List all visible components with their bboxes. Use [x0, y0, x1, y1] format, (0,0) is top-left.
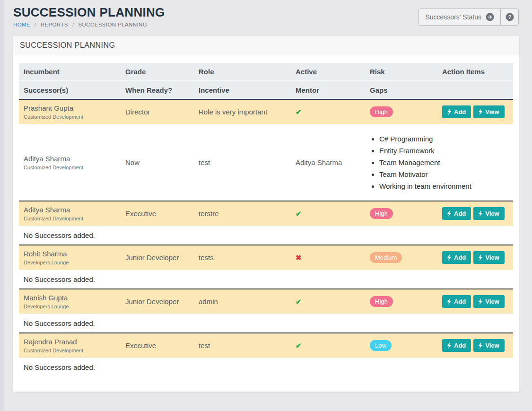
incumbent-role: admin — [194, 289, 291, 314]
no-successors-row: No Successors added. — [19, 358, 513, 377]
incumbent-name: Manish Gupta — [24, 293, 116, 302]
lightning-bolt-icon — [479, 210, 482, 217]
svg-text:?: ? — [508, 14, 511, 20]
incumbent-name: Rajendra Prasad — [24, 337, 116, 346]
left-edge-strip — [0, 0, 4, 411]
successor-mentor: Aditya Sharma — [291, 124, 365, 201]
incumbent-group: Rohit Sharma Developers Lounge Junior De… — [19, 245, 513, 289]
add-button-label: Add — [454, 108, 466, 115]
header-row-incumbent: Incumbent Grade Role Active Risk Action … — [19, 63, 513, 81]
incumbent-group: Manish Gupta Developers Lounge Junior De… — [19, 289, 513, 333]
successor-org: Customized Development — [24, 165, 116, 171]
incumbent-name: Aditya Sharma — [24, 205, 116, 214]
successor-row: Aditya Sharma Customized Development Now… — [19, 124, 513, 201]
incumbent-org: Developers Lounge — [24, 260, 116, 266]
no-successors-text: No Successors added. — [19, 226, 513, 245]
add-button-label: Add — [454, 342, 466, 349]
no-successors-row: No Successors added. — [19, 270, 513, 289]
incumbent-role: tests — [194, 245, 291, 270]
view-action-items-button[interactable]: View — [473, 339, 504, 352]
incumbent-role: test — [194, 333, 291, 358]
successor-name: Aditya Sharma — [24, 154, 116, 163]
gap-item: Entity Framework — [379, 145, 508, 157]
add-action-item-button[interactable]: Add — [442, 251, 471, 264]
view-action-items-button[interactable]: View — [473, 105, 504, 118]
card-title: SUCCESSION PLANNING — [13, 36, 519, 55]
successors-status-button[interactable]: Successors' Status — [419, 9, 501, 25]
col-header-spacer — [437, 81, 513, 99]
active-status-icon: ✖ — [296, 254, 302, 262]
card-body: Incumbent Grade Role Active Risk Action … — [13, 55, 519, 392]
breadcrumb-current: SUCCESSION PLANNING — [78, 22, 148, 27]
arrow-right-circle-icon — [486, 13, 494, 21]
incumbent-row: Rajendra Prasad Customized Development E… — [19, 333, 513, 358]
lightning-bolt-icon — [447, 298, 451, 305]
active-status-icon: ✔ — [296, 108, 302, 116]
add-action-item-button[interactable]: Add — [442, 295, 471, 308]
incumbent-row: Prashant Gupta Customized Development Di… — [19, 99, 513, 124]
incumbent-org: Customized Development — [24, 114, 116, 120]
add-button-label: Add — [454, 254, 466, 261]
no-successors-text: No Successors added. — [19, 358, 513, 377]
table-header: Incumbent Grade Role Active Risk Action … — [19, 63, 513, 99]
breadcrumb-home[interactable]: HOME — [13, 22, 30, 27]
col-header-incumbent: Incumbent — [19, 63, 121, 81]
col-header-gaps: Gaps — [365, 81, 437, 99]
risk-badge: High — [370, 106, 393, 117]
incumbent-grade: Director — [121, 99, 194, 124]
risk-badge: High — [370, 296, 393, 307]
incumbent-group: Aditya Sharma Customized Development Exe… — [19, 201, 513, 245]
col-header-incentive: Incentive — [194, 81, 291, 99]
no-successors-text: No Successors added. — [19, 270, 513, 289]
lightning-bolt-icon — [447, 254, 451, 261]
incumbent-role: Role is very important — [194, 99, 291, 124]
question-circle-icon: ? — [506, 13, 514, 21]
successors-status-label: Successors' Status — [425, 13, 481, 21]
incumbent-org: Customized Development — [24, 216, 116, 222]
page-header: SUCCESSION PLANNING HOME / REPORTS / SUC… — [0, 0, 532, 27]
breadcrumb-separator: / — [72, 22, 74, 27]
lightning-bolt-icon — [479, 109, 482, 115]
add-action-item-button[interactable]: Add — [442, 207, 471, 220]
gap-item: Working in team environment — [379, 180, 508, 192]
succession-table: Incumbent Grade Role Active Risk Action … — [19, 63, 513, 376]
page-title: SUCCESSION PLANNING — [13, 5, 165, 20]
col-header-action-items: Action Items — [437, 63, 513, 81]
incumbent-org: Customized Development — [24, 348, 116, 354]
view-action-items-button[interactable]: View — [473, 251, 504, 264]
view-action-items-button[interactable]: View — [473, 207, 504, 220]
col-header-successors: Successor(s) — [19, 81, 121, 99]
incumbent-grade: Junior Developer — [121, 289, 194, 314]
breadcrumb-reports: REPORTS — [41, 22, 68, 27]
risk-badge: High — [370, 208, 393, 219]
col-header-role: Role — [194, 63, 291, 81]
gap-item: Team Management — [379, 157, 508, 168]
gaps-list: C# ProgrammingEntity FrameworkTeam Manag… — [370, 133, 508, 192]
incumbent-org: Developers Lounge — [24, 304, 116, 310]
no-successors-row: No Successors added. — [19, 314, 513, 333]
add-button-label: Add — [454, 298, 466, 305]
view-button-label: View — [485, 108, 499, 115]
add-action-item-button[interactable]: Add — [442, 339, 471, 352]
incumbent-name: Prashant Gupta — [24, 104, 116, 113]
incumbent-grade: Junior Developer — [121, 245, 194, 270]
active-status-icon: ✔ — [296, 297, 302, 306]
help-button[interactable]: ? — [501, 9, 518, 25]
breadcrumb: HOME / REPORTS / SUCCESSION PLANNING — [13, 22, 165, 27]
active-status-icon: ✔ — [296, 210, 302, 218]
col-header-when-ready: When Ready? — [121, 81, 194, 99]
lightning-bolt-icon — [447, 210, 451, 217]
add-action-item-button[interactable]: Add — [442, 105, 471, 118]
lightning-bolt-icon — [479, 254, 482, 261]
view-button-label: View — [485, 210, 499, 217]
incumbent-group: Rajendra Prasad Customized Development E… — [19, 333, 513, 376]
incumbent-row: Aditya Sharma Customized Development Exe… — [19, 201, 513, 226]
lightning-bolt-icon — [479, 342, 482, 349]
view-action-items-button[interactable]: View — [473, 295, 504, 308]
risk-badge: Low — [370, 340, 392, 351]
header-row-successor: Successor(s) When Ready? Incentive Mento… — [19, 81, 513, 99]
succession-planning-card: SUCCESSION PLANNING Incumbent Grade Role… — [13, 36, 519, 392]
successor-when-ready: Now — [121, 124, 194, 201]
view-button-label: View — [485, 254, 499, 261]
incumbent-grade: Executive — [121, 201, 194, 226]
